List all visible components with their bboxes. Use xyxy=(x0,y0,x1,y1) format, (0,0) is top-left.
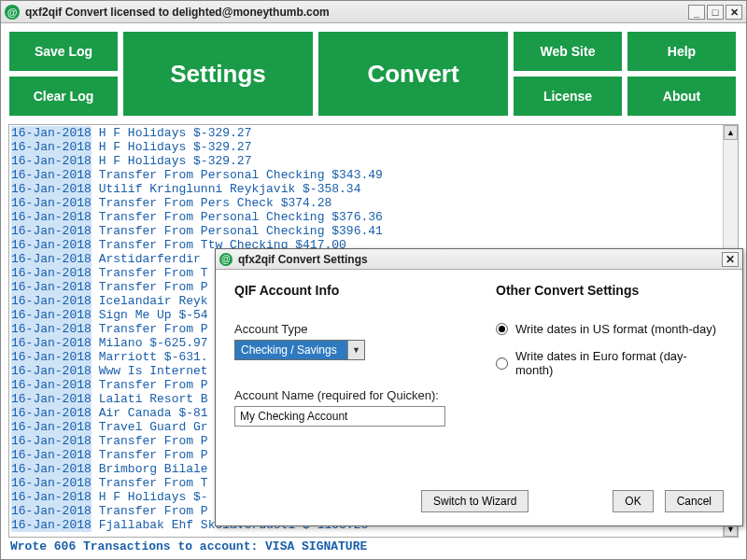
log-line: 16-Jan-2018 Transfer From Personal Check… xyxy=(11,168,736,182)
dialog-button-row: Switch to Wizard OK Cancel xyxy=(234,490,724,512)
dialog-close-button[interactable]: ✕ xyxy=(722,252,739,267)
log-line: 16-Jan-2018 H F Holidays $-329.27 xyxy=(11,140,736,154)
ok-button[interactable]: OK xyxy=(613,490,653,512)
account-type-label: Account Type xyxy=(234,322,477,336)
minimize-button[interactable]: _ xyxy=(688,5,705,20)
radio-icon xyxy=(496,357,508,370)
qif-account-info-heading: QIF Account Info xyxy=(234,283,477,298)
log-line: 16-Jan-2018 Transfer From Personal Check… xyxy=(11,210,736,224)
license-button[interactable]: License xyxy=(513,76,623,117)
settings-dialog: qfx2qif Convert Settings ✕ QIF Account I… xyxy=(215,248,743,526)
switch-to-wizard-button[interactable]: Switch to Wizard xyxy=(421,490,529,512)
log-line: 16-Jan-2018 Transfer From Pers Check $37… xyxy=(11,196,736,210)
toolbar: Save Log Clear Log Settings Convert Web … xyxy=(1,23,746,124)
radio-euro-label: Write dates in Euro format (day-month) xyxy=(515,349,724,377)
account-name-label: Account Name (required for Quicken): xyxy=(234,388,477,402)
radio-us-label: Write dates in US format (month-day) xyxy=(515,322,716,336)
radio-euro-format[interactable]: Write dates in Euro format (day-month) xyxy=(496,349,724,377)
titlebar: qxf2qif Convert licensed to delighted@mo… xyxy=(1,1,746,23)
app-logo-icon xyxy=(5,5,20,20)
log-line: 16-Jan-2018 H F Holidays $-329.27 xyxy=(11,154,736,168)
other-settings-heading: Other Convert Settings xyxy=(496,283,724,298)
dialog-body: QIF Account Info Account Type Checking /… xyxy=(216,270,742,525)
settings-button[interactable]: Settings xyxy=(122,31,314,117)
help-button[interactable]: Help xyxy=(627,31,737,72)
maximize-button[interactable]: □ xyxy=(707,5,724,20)
save-log-button[interactable]: Save Log xyxy=(8,31,119,72)
close-button[interactable]: ✕ xyxy=(726,5,742,20)
status-line: Wrote 606 Transactions to account: VISA … xyxy=(1,538,746,559)
window-title: qxf2qif Convert licensed to delighted@mo… xyxy=(25,6,330,19)
account-type-value: Checking / Savings xyxy=(235,343,347,357)
scroll-up-icon[interactable]: ▲ xyxy=(724,125,738,140)
dialog-title: qfx2qif Convert Settings xyxy=(238,253,368,266)
chevron-down-icon: ▼ xyxy=(347,341,364,359)
dialog-titlebar: qfx2qif Convert Settings ✕ xyxy=(216,249,742,270)
clear-log-button[interactable]: Clear Log xyxy=(8,76,119,117)
log-line: 16-Jan-2018 Utilif Kringlunni Reykjavik … xyxy=(11,182,736,196)
account-name-input[interactable] xyxy=(234,406,445,427)
web-site-button[interactable]: Web Site xyxy=(513,31,623,72)
radio-icon xyxy=(496,323,508,335)
account-type-select[interactable]: Checking / Savings ▼ xyxy=(234,340,365,360)
radio-us-format[interactable]: Write dates in US format (month-day) xyxy=(496,322,724,336)
app-logo-icon xyxy=(219,253,233,266)
log-line: 16-Jan-2018 Transfer From Personal Check… xyxy=(11,224,736,238)
log-line: 16-Jan-2018 H F Holidays $-329.27 xyxy=(11,126,736,140)
cancel-button[interactable]: Cancel xyxy=(665,490,724,512)
about-button[interactable]: About xyxy=(627,76,737,117)
convert-button[interactable]: Convert xyxy=(317,31,509,117)
